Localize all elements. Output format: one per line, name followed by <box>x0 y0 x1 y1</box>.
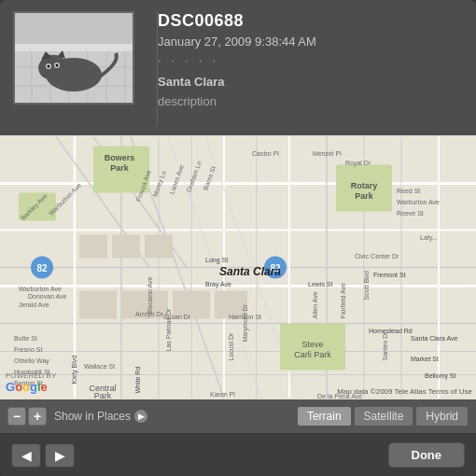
svg-text:Fresno St: Fresno St <box>14 346 42 353</box>
svg-text:Karen Pl: Karen Pl <box>210 391 235 398</box>
svg-text:Lewis St: Lewis St <box>308 281 333 287</box>
map-container[interactable]: 82 82 Bowers Park Rotary Park Steve Carl… <box>0 135 476 399</box>
svg-text:Carli Park: Carli Park <box>294 350 331 359</box>
svg-text:Warburton Ave: Warburton Ave <box>397 199 440 205</box>
hybrid-button[interactable]: Hybrid <box>415 406 469 427</box>
svg-text:Marymont Dr: Marymont Dr <box>242 303 249 342</box>
photo-location: Santa Clara <box>158 75 463 89</box>
svg-text:Allen Ave: Allen Ave <box>312 291 318 318</box>
svg-text:Jerald Ave: Jerald Ave <box>19 301 49 308</box>
svg-text:Othello Way: Othello Way <box>14 357 49 365</box>
terrain-button[interactable]: Terrain <box>297 406 352 427</box>
satellite-button[interactable]: Satellite <box>354 406 414 427</box>
photo-description: description <box>158 94 463 108</box>
svg-text:Bellomy St: Bellomy St <box>425 372 456 380</box>
svg-text:Santa Clara Ave: Santa Clara Ave <box>411 335 458 342</box>
photo-dots: · · · · · <box>158 54 463 67</box>
forward-button[interactable]: ▶ <box>45 443 75 468</box>
svg-rect-29 <box>112 235 140 259</box>
powered-by-text: POWERED BY <box>6 371 56 380</box>
zoom-plus-button[interactable]: + <box>28 407 47 426</box>
svg-text:Biscaino Ave: Biscaino Ave <box>147 276 153 314</box>
map-svg: 82 82 Bowers Park Rotary Park Steve Carl… <box>0 135 476 399</box>
top-bar: DSC00688 January 27, 2009 9:38:44 AM · ·… <box>0 0 476 135</box>
svg-text:Steve: Steve <box>301 340 323 349</box>
bottom-bar: ◀ ▶ Done <box>0 433 476 476</box>
svg-text:Civic Center Dr: Civic Center Dr <box>355 253 399 259</box>
svg-text:Bowers: Bowers <box>105 153 135 162</box>
google-brand: Google <box>6 380 48 394</box>
google-logo: POWERED BY Google <box>6 371 56 394</box>
svg-text:Park: Park <box>355 191 374 201</box>
main-window: DSC00688 January 27, 2009 9:38:44 AM · ·… <box>0 0 476 476</box>
svg-text:Kiely Blvd: Kiely Blvd <box>71 356 78 385</box>
map-copyright: Map data ©2009 Tele Atlas Terms of Use <box>337 387 472 396</box>
back-button[interactable]: ◀ <box>11 443 41 468</box>
map-type-buttons: Terrain Satellite Hybrid <box>297 406 469 427</box>
svg-text:Santa Clara: Santa Clara <box>219 265 281 278</box>
svg-text:Wallace St: Wallace St <box>84 363 115 370</box>
svg-rect-31 <box>79 291 117 319</box>
svg-text:Rotary: Rotary <box>351 181 378 190</box>
svg-text:82: 82 <box>36 263 48 273</box>
svg-text:Market St: Market St <box>411 356 439 362</box>
svg-rect-30 <box>145 235 173 259</box>
svg-text:Butte St: Butte St <box>14 335 37 342</box>
show-in-places-icon: ▶ <box>134 410 147 423</box>
show-in-places-label: Show in Places <box>54 410 131 423</box>
svg-text:Long St: Long St <box>205 257 228 264</box>
zoom-minus-button[interactable]: − <box>7 407 26 426</box>
done-button[interactable]: Done <box>388 442 466 468</box>
svg-text:Menzel Pl: Menzel Pl <box>313 150 342 157</box>
svg-text:Reed St: Reed St <box>397 188 420 194</box>
back-icon: ◀ <box>21 448 32 463</box>
svg-text:White Rd: White Rd <box>134 367 141 394</box>
svg-text:Homestead Rd: Homestead Rd <box>369 328 413 334</box>
svg-text:Castro Pl: Castro Pl <box>252 150 279 157</box>
svg-text:Sanleo Dr: Sanleo Dr <box>382 331 388 361</box>
svg-text:Bray Ave: Bray Ave <box>205 281 231 288</box>
forward-icon: ▶ <box>55 448 65 463</box>
svg-text:Park: Park <box>94 391 112 400</box>
svg-text:Lafy...: Lafy... <box>420 234 438 242</box>
svg-text:Locust Dr: Locust Dr <box>228 332 234 361</box>
photo-title: DSC00688 <box>158 11 463 31</box>
svg-text:Scott Blvd: Scott Blvd <box>363 271 370 301</box>
svg-text:Royal Dr: Royal Dr <box>345 160 371 167</box>
photo-date: January 27, 2009 9:38:44 AM <box>158 35 463 49</box>
svg-text:Reeve St: Reeve St <box>397 210 424 217</box>
svg-text:Warburton Ave: Warburton Ave <box>19 286 62 292</box>
map-bottom-bar: − + Show in Places ▶ Terrain Satellite H… <box>0 399 476 433</box>
svg-text:Park: Park <box>110 163 130 173</box>
photo-info: DSC00688 January 27, 2009 9:38:44 AM · ·… <box>158 11 463 108</box>
svg-text:Fremont St: Fremont St <box>373 272 406 278</box>
svg-text:Las Palmas Dr: Las Palmas Dr <box>165 308 172 352</box>
photo-thumbnail <box>13 11 134 105</box>
show-in-places-button[interactable]: Show in Places ▶ <box>54 410 147 423</box>
svg-text:Fairfield Ave: Fairfield Ave <box>340 283 346 318</box>
svg-rect-28 <box>79 235 107 259</box>
svg-text:Donovan Ave: Donovan Ave <box>28 293 67 300</box>
